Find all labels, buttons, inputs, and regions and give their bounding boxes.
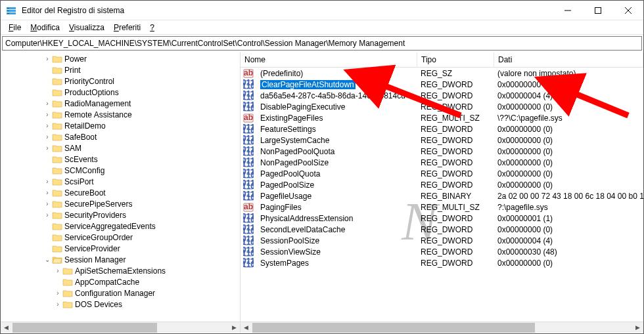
- column-type[interactable]: Tipo: [417, 52, 494, 67]
- column-data[interactable]: Dati: [494, 52, 643, 67]
- expand-icon[interactable]: ›: [43, 200, 52, 207]
- list-row[interactable]: 011110PagedPoolQuotaREG_DWORD0x00000000 …: [241, 168, 643, 179]
- titlebar: Editor del Registro di sistema: [1, 1, 643, 20]
- menubar: File Modifica Visualizza Preferiti ?: [1, 20, 643, 35]
- expand-icon[interactable]: ›: [43, 189, 52, 196]
- close-button[interactable]: [613, 1, 643, 20]
- tree-scroll[interactable]: ›PowerPrintPriorityControlProductOptions…: [1, 52, 240, 333]
- folder-icon: [52, 199, 62, 209]
- expand-icon[interactable]: ›: [43, 144, 52, 152]
- list-row[interactable]: 011110SessionViewSizeREG_DWORD0x00000030…: [241, 246, 643, 257]
- menu-help[interactable]: ?: [146, 22, 158, 33]
- expand-icon[interactable]: ›: [43, 55, 52, 62]
- menu-edit[interactable]: Modifica: [26, 22, 64, 33]
- tree-item-label: AppCompatCache: [75, 278, 139, 287]
- tree-item[interactable]: ›RadioManagement: [1, 98, 240, 109]
- tree-item-label: ServiceProvider: [64, 244, 120, 253]
- list-row[interactable]: 011110FeatureSettingsREG_DWORD0x00000000…: [241, 123, 643, 135]
- binary-value-icon: 011110: [243, 236, 254, 246]
- binary-value-icon: 011110: [243, 213, 254, 224]
- tree-item[interactable]: ScEvents: [1, 154, 240, 165]
- svg-text:ab: ab: [244, 68, 253, 77]
- tree-item[interactable]: ›ApiSetSchemaExtensions: [1, 265, 240, 276]
- tree-item[interactable]: ›SecureBoot: [1, 187, 240, 198]
- value-name: SecondLevelDataCache: [256, 225, 417, 234]
- menu-file[interactable]: File: [5, 22, 25, 33]
- menu-favorites[interactable]: Preferiti: [110, 22, 145, 33]
- list-row[interactable]: 011110PhysicalAddressExtensionREG_DWORD0…: [241, 213, 643, 224]
- expand-icon[interactable]: ›: [43, 178, 52, 185]
- list-row[interactable]: 011110DisablePagingExecutiveREG_DWORD0x0…: [241, 101, 643, 112]
- expand-icon[interactable]: ›: [53, 301, 62, 308]
- tree-item[interactable]: ProductOptions: [1, 87, 240, 98]
- value-name: (Predefinito): [256, 69, 417, 78]
- expand-icon[interactable]: ›: [53, 289, 62, 297]
- list-hscrollbar[interactable]: ◀ ▶: [241, 322, 643, 333]
- list-row[interactable]: 011110SystemPagesREG_DWORD0x00000000 (0): [241, 257, 643, 268]
- scroll-right-icon[interactable]: ▶: [632, 322, 643, 333]
- list-row[interactable]: 011110SecondLevelDataCacheREG_DWORD0x000…: [241, 224, 643, 235]
- expand-icon[interactable]: ›: [43, 211, 52, 219]
- tree-item[interactable]: ›Configuration Manager: [1, 287, 240, 299]
- folder-icon: [52, 110, 62, 119]
- list-row[interactable]: 011110PagefileUsageREG_BINARY2a 02 00 00…: [241, 190, 643, 201]
- value-name: ClearPageFileAtShutdown: [256, 80, 417, 89]
- scroll-right-icon[interactable]: ▶: [229, 322, 240, 333]
- expand-icon[interactable]: ›: [43, 122, 52, 129]
- tree-item[interactable]: ›SAM: [1, 142, 240, 154]
- collapse-icon[interactable]: ⌄: [43, 256, 52, 263]
- list-row[interactable]: 011110LargeSystemCacheREG_DWORD0x0000000…: [241, 135, 643, 146]
- tree-item[interactable]: ServiceAggregatedEvents: [1, 220, 240, 232]
- list-row[interactable]: abExistingPageFilesREG_MULTI_SZ\??\C:\pa…: [241, 112, 643, 123]
- list-row[interactable]: ab(Predefinito)REG_SZ(valore non imposta…: [241, 68, 643, 79]
- list-row[interactable]: 011110SessionPoolSizeREG_DWORD0x00000004…: [241, 235, 643, 246]
- tree-item[interactable]: ›ScsiPort: [1, 176, 240, 187]
- list-row[interactable]: 011110NonPagedPoolQuotaREG_DWORD0x000000…: [241, 146, 643, 157]
- tree-item[interactable]: ›SecurityProviders: [1, 209, 240, 220]
- scroll-left-icon[interactable]: ◀: [1, 322, 12, 333]
- tree-item[interactable]: ServiceProvider: [1, 243, 240, 254]
- list-row[interactable]: 011110NonPagedPoolSizeREG_DWORD0x0000000…: [241, 157, 643, 168]
- list-row[interactable]: abPagingFilesREG_MULTI_SZ?:\pagefile.sys: [241, 201, 643, 213]
- tree-item[interactable]: ›DOS Devices: [1, 299, 240, 310]
- scroll-left-icon[interactable]: ◀: [241, 322, 252, 333]
- value-type: REG_DWORD: [417, 214, 494, 223]
- tree-item[interactable]: ›SecurePipeServers: [1, 198, 240, 209]
- value-name: FeatureSettings: [256, 125, 417, 134]
- tree-item[interactable]: ›RetailDemo: [1, 120, 240, 131]
- tree-item[interactable]: ServiceGroupOrder: [1, 232, 240, 243]
- value-data: 0x00000000 (0): [494, 147, 643, 156]
- menu-view[interactable]: Visualizza: [65, 22, 108, 33]
- tree-item-label: PriorityControl: [64, 77, 114, 86]
- list-row[interactable]: 011110PagedPoolSizeREG_DWORD0x00000000 (…: [241, 179, 643, 190]
- address-bar[interactable]: Computer\HKEY_LOCAL_MACHINE\SYSTEM\Curre…: [2, 36, 642, 51]
- expand-icon[interactable]: ›: [43, 100, 52, 107]
- folder-icon: [52, 121, 62, 131]
- list-row[interactable]: 011110da56a5e4-287c-4a5b-86da-1408c4814c…: [241, 90, 643, 101]
- tree-item[interactable]: Print: [1, 64, 240, 75]
- folder-icon: [52, 211, 62, 220]
- expand-icon[interactable]: ›: [43, 133, 52, 140]
- maximize-button[interactable]: [583, 1, 613, 20]
- list-body[interactable]: ab(Predefinito)REG_SZ(valore non imposta…: [241, 68, 643, 322]
- tree-hscrollbar[interactable]: ◀ ▶: [1, 322, 240, 333]
- value-name: NonPagedPoolSize: [256, 158, 417, 167]
- value-data: 0x00000000 (0): [494, 225, 643, 234]
- expand-icon[interactable]: ›: [53, 267, 62, 274]
- tree-item[interactable]: AppCompatCache: [1, 276, 240, 287]
- column-name[interactable]: Nome: [241, 52, 417, 67]
- tree-item[interactable]: ›Remote Assistance: [1, 109, 240, 120]
- tree-item[interactable]: PriorityControl: [1, 75, 240, 87]
- svg-text:110: 110: [243, 171, 254, 179]
- minimize-button[interactable]: [553, 1, 583, 20]
- tree-item[interactable]: ›Power: [1, 53, 240, 64]
- svg-rect-7: [595, 7, 601, 13]
- tree-item-label: ApiSetSchemaExtensions: [75, 266, 166, 276]
- tree-item[interactable]: ›SafeBoot: [1, 131, 240, 142]
- tree-item[interactable]: ⌄Session Manager: [1, 254, 240, 265]
- tree-item-label: Session Manager: [64, 255, 126, 264]
- expand-icon[interactable]: ›: [43, 111, 52, 118]
- tree-item[interactable]: SCMConfig: [1, 165, 240, 176]
- value-type: REG_DWORD: [417, 125, 494, 134]
- list-row[interactable]: 011110ClearPageFileAtShutdownREG_DWORD0x…: [241, 79, 643, 90]
